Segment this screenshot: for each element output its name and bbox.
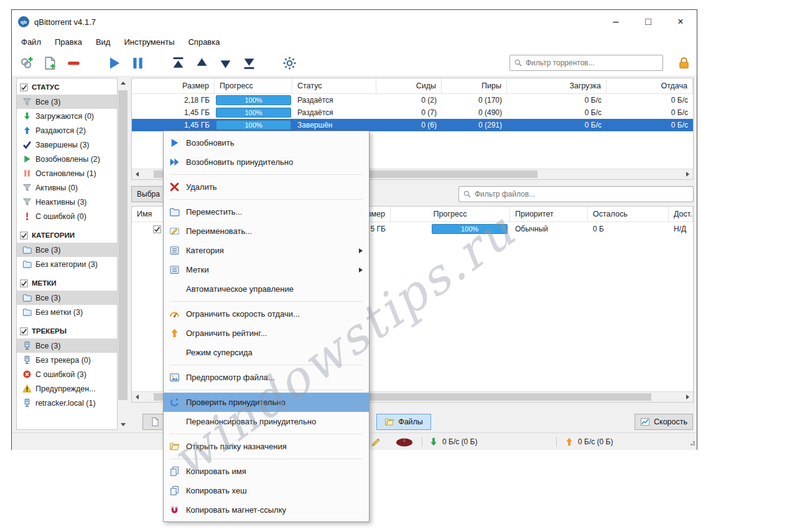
sidebar-item[interactable]: Неактивны (3): [17, 195, 117, 209]
scroll-right-button[interactable]: [682, 169, 693, 179]
funnel-icon: [22, 97, 32, 106]
move-top-icon[interactable]: [171, 56, 185, 70]
sidebar-item[interactable]: Остановлены (1): [17, 166, 117, 180]
files-tab-button[interactable]: Файлы: [376, 414, 431, 430]
menu-separator: [170, 301, 363, 302]
sidebar-item[interactable]: Без трекера (0): [17, 353, 117, 367]
context-menu-item[interactable]: Копировать имя: [164, 462, 369, 481]
scroll-left-button[interactable]: [132, 169, 142, 179]
speed-limits-icon[interactable]: [394, 437, 415, 447]
menubar-item[interactable]: Правка: [48, 35, 89, 49]
context-menu-item[interactable]: Копировать магнет-ссылку: [164, 500, 369, 520]
file-column-header[interactable]: Дост...: [669, 207, 693, 222]
progress-label: 100%: [244, 108, 262, 117]
scroll-right-button[interactable]: [682, 392, 693, 402]
maximize-button[interactable]: □: [632, 10, 664, 34]
sidebar-item[interactable]: С ошибкой (0): [17, 209, 117, 223]
paused-icon: [22, 169, 32, 178]
add-torrent-link-icon[interactable]: [19, 56, 34, 70]
context-menu-item[interactable]: Предпросмотр файла...: [164, 368, 369, 387]
sidebar-item[interactable]: Все (3): [17, 338, 117, 353]
context-menu-item[interactable]: Ограничить скорость отдачи...: [164, 304, 369, 324]
context-menu-item[interactable]: Проверить принудительно: [164, 393, 369, 412]
checkbox-icon[interactable]: [153, 225, 161, 233]
column-header[interactable]: Отдача: [607, 78, 693, 93]
torrent-row[interactable]: 2,18 ГБ100%Раздаётся0 (2)0 (170)0 Б/с0 Б…: [132, 94, 693, 106]
sidebar-item[interactable]: retracker.local (1): [17, 396, 117, 410]
scroll-left-button[interactable]: [132, 392, 142, 402]
move-up-icon[interactable]: [195, 56, 209, 70]
torrent-filter-input[interactable]: [526, 58, 659, 67]
column-header[interactable]: Загрузка: [507, 78, 607, 93]
menubar-item[interactable]: Файл: [14, 35, 48, 49]
file-column-header[interactable]: Приоритет: [510, 207, 588, 222]
file-remaining: 0 Б: [588, 225, 669, 233]
files-tab-label: Файлы: [398, 418, 423, 426]
sidebar-item[interactable]: Завершены (3): [17, 138, 117, 152]
column-header[interactable]: Размер: [132, 78, 215, 93]
blank-icon: [169, 347, 180, 358]
context-menu-item[interactable]: Категория: [164, 241, 369, 260]
scroll-up-button[interactable]: [118, 78, 128, 88]
torrent-row[interactable]: 1,45 ГБ100%Раздаётся0 (7)0 (490)0 Б/с0 Б…: [132, 106, 693, 119]
column-header[interactable]: Прогресс: [215, 78, 292, 93]
sidebar-item[interactable]: С ошибкой (3): [17, 367, 117, 381]
sidebar-item[interactable]: Без метки (3): [17, 305, 117, 319]
sidebar-item[interactable]: Загружаются (0): [17, 109, 117, 123]
options-gear-icon[interactable]: [282, 56, 297, 70]
sidebar-section-header: КАТЕГОРИИ: [17, 228, 117, 243]
file-column-header[interactable]: Прогресс: [391, 207, 510, 222]
checkbox-icon[interactable]: [20, 279, 28, 287]
scrollbar-thumb[interactable]: [118, 90, 128, 400]
sidebar-item[interactable]: Возобновлены (2): [17, 152, 117, 166]
speed-tab-button[interactable]: Скорость: [635, 414, 693, 430]
context-menu-item[interactable]: Открыть папку назначения: [164, 437, 369, 456]
sidebar-item[interactable]: Без категории (3): [17, 257, 117, 271]
sidebar-scrollbar[interactable]: [118, 78, 128, 430]
context-menu-item[interactable]: Метки: [164, 260, 369, 279]
context-menu-item[interactable]: Переанонсировать принудительно: [164, 412, 369, 431]
context-menu-item[interactable]: Переименовать...: [164, 222, 369, 241]
pause-icon[interactable]: [131, 56, 145, 70]
move-bottom-icon[interactable]: [242, 56, 256, 70]
scroll-down-button[interactable]: [118, 419, 128, 430]
menubar-item[interactable]: Вид: [89, 35, 118, 49]
sidebar-item[interactable]: Все (3): [17, 95, 117, 109]
file-column-header[interactable]: Осталось: [588, 207, 669, 222]
context-menu-item[interactable]: Копировать хеш: [164, 481, 369, 500]
context-menu-item[interactable]: Удалить: [164, 177, 369, 197]
checkbox-icon[interactable]: [20, 231, 28, 240]
sidebar-item[interactable]: Все (3): [17, 243, 117, 257]
lock-icon[interactable]: [677, 56, 691, 70]
column-header[interactable]: Статус: [292, 78, 376, 93]
statusbar-separator: [556, 437, 557, 447]
context-menu-item[interactable]: Переместить...: [164, 202, 369, 222]
menubar-item[interactable]: Инструменты: [117, 35, 181, 49]
context-menu-item[interactable]: Ограничить рейтинг...: [164, 324, 369, 343]
torrent-row[interactable]: 1,45 ГБ100%Завершён0 (6)0 (291)0 Б/с0 Б/…: [132, 119, 693, 131]
menubar-item[interactable]: Справка: [181, 35, 226, 49]
select-files-button[interactable]: Выбра: [131, 186, 164, 202]
add-torrent-file-icon[interactable]: [43, 56, 57, 70]
close-button[interactable]: ×: [664, 10, 697, 34]
context-menu-item[interactable]: Возобновить принудительно: [164, 152, 369, 172]
sidebar-item[interactable]: Предупрежден...: [17, 381, 117, 396]
resume-icon[interactable]: [107, 56, 121, 70]
context-menu-item[interactable]: Режим суперсида: [164, 343, 369, 362]
move-down-icon[interactable]: [218, 56, 233, 70]
sidebar-item[interactable]: Активны (0): [17, 180, 117, 195]
context-menu-item[interactable]: Возобновить: [164, 133, 369, 152]
column-header[interactable]: Сиды: [376, 78, 442, 93]
toolbar-spacer: [266, 63, 273, 63]
checkbox-icon[interactable]: [20, 327, 28, 335]
progress-bar: 100%: [216, 95, 291, 105]
checkbox-icon[interactable]: [20, 83, 28, 91]
sidebar-item[interactable]: Все (3): [17, 291, 117, 305]
column-header[interactable]: Пиры: [442, 78, 507, 93]
sidebar-item[interactable]: Раздаются (2): [17, 123, 117, 138]
resize-grip[interactable]: [686, 439, 695, 448]
minimize-button[interactable]: –: [600, 10, 632, 34]
delete-icon[interactable]: [67, 56, 81, 70]
context-menu-item[interactable]: Автоматическое управление: [164, 279, 369, 299]
files-filter-input[interactable]: [475, 190, 689, 198]
